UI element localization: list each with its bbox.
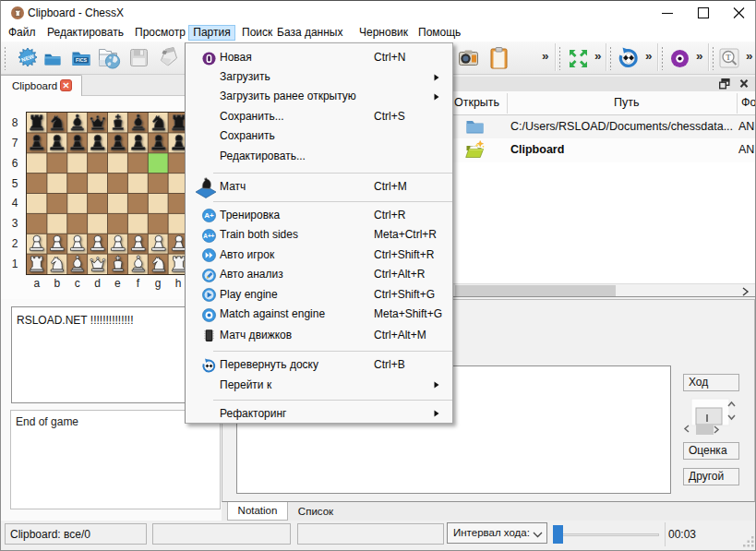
svg-text:T: T: [726, 53, 731, 62]
svg-text:A+: A+: [204, 211, 214, 220]
svg-text:A++: A++: [203, 232, 214, 238]
svg-text:FICS: FICS: [76, 57, 87, 63]
